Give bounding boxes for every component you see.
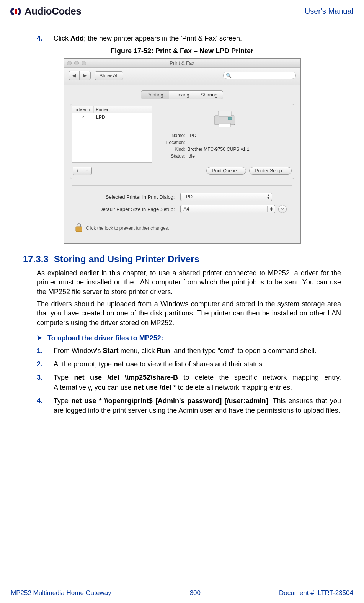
toolbar: ◀ ▶ Show All 🔍 [64,68,300,85]
close-icon[interactable] [67,61,72,65]
step-text: Click Add; the new printer appears in th… [54,34,242,43]
chevron-updown-icon: ▲▼ [264,194,270,199]
col-inmenu: In Menu [72,106,94,113]
label-status: Status: [160,154,188,159]
svg-rect-5 [228,117,232,120]
search-icon: 🔍 [226,73,232,78]
footer-right: Document #: LTRT-23504 [279,589,353,597]
printer-panel: In Menu Printer ✓ LPD [70,104,294,179]
printer-setup-button[interactable]: Printer Setup... [249,167,291,175]
procedure-title: To upload the driver files to MP252: [47,334,163,342]
help-button[interactable]: ? [278,205,287,213]
svg-rect-6 [76,227,82,232]
page-footer: MP252 Multimedia Home Gateway 300 Docume… [0,586,364,597]
checkmark-icon: ✓ [72,114,94,120]
step-3: 3. Type net use /del \\mp252\share-B to … [37,373,341,392]
tab-sharing[interactable]: Sharing [195,91,223,99]
window-title: Print & Fax [64,60,300,66]
add-button[interactable]: + [73,167,82,175]
step-number: 3. [37,373,44,392]
value-location [188,140,289,145]
svg-rect-4 [219,123,230,127]
label-location: Location: [160,140,188,145]
show-all-button[interactable]: Show All [95,71,124,80]
svg-rect-1 [15,9,17,14]
back-button[interactable]: ◀ [69,71,80,80]
step-text: At the prompt, type net use to view the … [54,360,264,369]
value-status: Idle [188,154,289,159]
col-printer: Printer [94,106,152,113]
svg-rect-3 [218,111,231,116]
tabs: Printing Faxing Sharing [70,90,294,99]
value-kind: Brother MFC-9750 CUPS v1.1 [188,147,289,152]
forward-button[interactable]: ▶ [80,71,90,80]
default-paper-label: Default Paper Size in Page Setup: [78,206,177,212]
tab-faxing[interactable]: Faxing [169,91,195,99]
section-title: Storing and Using Printer Drivers [54,254,199,265]
label-kind: Kind: [160,147,188,152]
printer-list: In Menu Printer ✓ LPD [72,106,152,163]
figure-wrap: Print & Fax ◀ ▶ Show All 🔍 Printing Faxi… [23,58,341,244]
step-2: 2. At the prompt, type net use to view t… [37,360,341,369]
footer-left: MP252 Multimedia Home Gateway [11,589,111,597]
label-name: Name: [160,133,188,138]
triangle-icon: ➤ [37,334,42,342]
add-remove-buttons: + − [73,167,92,175]
paragraph: The drivers should be uploaded from a Wi… [37,299,341,327]
search-input[interactable]: 🔍 [223,72,296,79]
selected-printer-row: Selected Printer in Print Dialog: LPD ▲▼ [78,186,287,201]
step-text: From Window's Start menu, click Run, and… [54,346,317,356]
section-heading: 17.3.3 Storing and Using Printer Drivers [23,254,341,265]
step-number: 2. [37,360,44,369]
step-number: 4. [37,34,44,43]
step-number: 1. [37,346,44,356]
selected-printer-select[interactable]: LPD ▲▼ [180,193,272,201]
lock-row: Click the lock to prevent further change… [70,213,294,237]
footer-page-number: 300 [190,589,201,597]
minimize-icon[interactable] [74,61,79,65]
logo: AudioCodes [9,5,81,17]
procedure-heading: ➤ To upload the driver files to MP252: [37,334,341,342]
page-header: AudioCodes User's Manual [0,0,364,20]
logo-text: AudioCodes [24,5,81,17]
mac-titlebar: Print & Fax [64,59,300,68]
print-queue-button[interactable]: Print Queue... [206,167,246,175]
paragraph: As explained earlier in this chapter, to… [37,268,341,296]
step-text: Type net use * \\openrg\print$ [Admin's … [54,396,341,415]
section-number: 17.3.3 [23,254,49,265]
step-1: 1. From Window's Start menu, click Run, … [37,346,341,356]
traffic-lights [67,61,86,65]
list-item[interactable]: ✓ LPD [72,113,152,121]
remove-button[interactable]: − [82,167,91,175]
default-paper-row: Default Paper Size in Page Setup: A4 ▲▼ … [78,201,287,213]
selected-printer-label: Selected Printer in Print Dialog: [78,194,177,200]
lock-icon[interactable] [75,222,83,234]
lock-text: Click the lock to prevent further change… [86,226,169,231]
manual-title: User's Manual [305,7,353,16]
value-name: LPD [188,133,289,138]
printer-icon [160,109,289,130]
mac-window: Print & Fax ◀ ▶ Show All 🔍 Printing Faxi… [64,58,301,244]
step-4b: 4. Type net use * \\openrg\print$ [Admin… [37,396,341,415]
nav-buttons: ◀ ▶ [69,71,91,80]
step-number: 4. [37,396,44,415]
step-4: 4. Click Add; the new printer appears in… [37,34,341,43]
default-paper-select[interactable]: A4 ▲▼ [180,205,275,213]
step-text: Type net use /del \\mp252\share-B to del… [54,373,341,392]
audiocodes-logo-icon [9,6,22,17]
zoom-icon[interactable] [82,61,86,65]
printer-details: Name: LPD Location: Kind: Brother MFC-97… [157,106,292,163]
page-content: 4. Click Add; the new printer appears in… [0,20,364,415]
figure-caption: Figure 17-52: Print & Fax – New LPD Prin… [23,47,341,55]
chevron-updown-icon: ▲▼ [267,206,273,212]
window-body: Printing Faxing Sharing In Menu Printer [64,85,300,243]
printer-name: LPD [94,114,152,120]
tab-printing[interactable]: Printing [141,91,169,99]
